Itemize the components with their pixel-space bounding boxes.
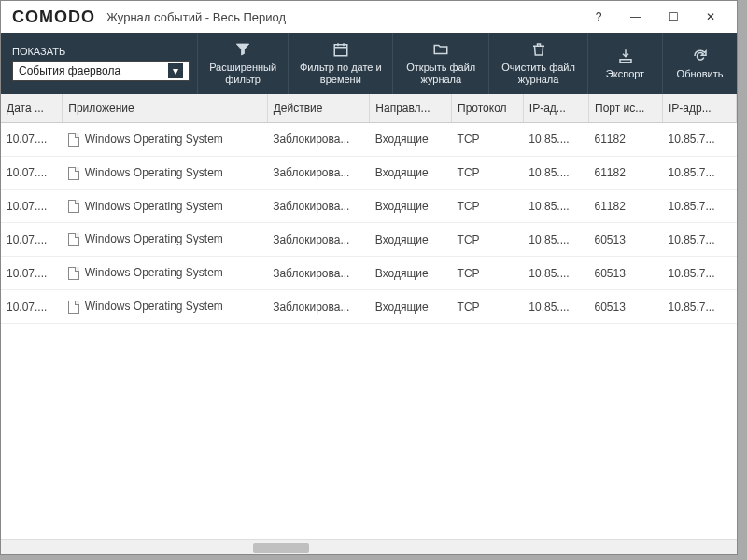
toolbar: ПОКАЗАТЬ События фаервола ▾ Расширенный … — [1, 33, 737, 94]
col-dst-ip[interactable]: IP-адр... — [662, 94, 736, 123]
table-row[interactable]: 10.07....Windows Operating SystemЗаблоки… — [1, 257, 737, 290]
cell-direction: Входящие — [370, 223, 452, 257]
window-title: Журнал событий - Весь Период — [106, 10, 580, 24]
table-body: 10.07....Windows Operating SystemЗаблоки… — [1, 123, 737, 324]
cell-src-port: 60513 — [589, 290, 663, 324]
cell-protocol: TCP — [452, 290, 524, 324]
cell-src-port: 60513 — [589, 223, 663, 257]
cell-direction: Входящие — [370, 156, 452, 189]
cell-src-port: 61182 — [589, 189, 663, 223]
tool-label: Экспорт — [606, 68, 644, 80]
cell-application: Windows Operating System — [63, 189, 267, 223]
cell-date: 10.07.... — [1, 189, 63, 223]
cell-src-ip: 10.85.... — [523, 257, 588, 290]
cell-dst-ip: 10.85.7... — [662, 290, 736, 324]
col-src-ip[interactable]: IP-ад... — [523, 94, 588, 123]
tool-label: Фильтр по дате и времени — [298, 62, 383, 85]
cell-action: Заблокирова... — [267, 257, 370, 290]
tool-label: Расширенный фильтр — [207, 62, 278, 85]
cell-src-ip: 10.85.... — [523, 290, 588, 324]
cell-dst-ip: 10.85.7... — [662, 223, 736, 257]
tool-label: Открыть файл журнала — [402, 62, 479, 85]
cell-date: 10.07.... — [1, 290, 63, 324]
file-icon — [68, 200, 79, 213]
cell-application: Windows Operating System — [63, 156, 267, 189]
cell-action: Заблокирова... — [267, 290, 370, 324]
cell-src-port: 61182 — [589, 123, 663, 157]
cell-action: Заблокирова... — [267, 223, 370, 257]
col-action[interactable]: Действие — [267, 94, 370, 123]
show-label: ПОКАЗАТЬ — [12, 46, 188, 57]
col-src-port[interactable]: Порт ис... — [589, 94, 663, 123]
cell-application: Windows Operating System — [63, 123, 267, 157]
cell-dst-ip: 10.85.7... — [662, 257, 736, 290]
cell-protocol: TCP — [452, 189, 524, 223]
refresh-button[interactable]: Обновить — [662, 33, 737, 94]
date-filter-button[interactable]: Фильтр по дате и времени — [288, 33, 392, 94]
col-direction[interactable]: Направл... — [370, 94, 452, 123]
table-row[interactable]: 10.07....Windows Operating SystemЗаблоки… — [1, 223, 737, 257]
clear-log-button[interactable]: Очистить файл журнала — [488, 33, 587, 94]
file-icon — [68, 301, 79, 314]
cell-direction: Входящие — [370, 123, 452, 157]
trash-icon — [530, 41, 547, 58]
cell-dst-ip: 10.85.7... — [662, 123, 736, 157]
cell-date: 10.07.... — [1, 223, 63, 257]
cell-src-ip: 10.85.... — [523, 156, 588, 189]
scrollbar-thumb[interactable] — [253, 543, 309, 553]
cell-protocol: TCP — [452, 257, 524, 290]
file-icon — [68, 133, 79, 147]
cell-direction: Входящие — [370, 189, 452, 223]
col-date[interactable]: Дата ... — [1, 94, 63, 123]
cell-src-ip: 10.85.... — [523, 223, 588, 257]
cell-application: Windows Operating System — [63, 223, 267, 257]
open-log-button[interactable]: Открыть файл журнала — [392, 33, 488, 94]
chevron-down-icon: ▾ — [168, 63, 183, 78]
cell-dst-ip: 10.85.7... — [662, 156, 736, 189]
cell-date: 10.07.... — [1, 156, 63, 189]
cell-src-ip: 10.85.... — [523, 123, 588, 157]
brand-logo: COMODO — [12, 7, 95, 27]
horizontal-scrollbar[interactable] — [1, 539, 737, 554]
help-button[interactable]: ? — [580, 4, 617, 30]
close-button[interactable]: ✕ — [692, 4, 729, 30]
app-window: COMODO Журнал событий - Весь Период ? — … — [0, 0, 738, 555]
cell-direction: Входящие — [370, 257, 452, 290]
minimize-button[interactable]: — — [617, 4, 655, 30]
window-controls: ? — ☐ ✕ — [580, 4, 729, 30]
table-row[interactable]: 10.07....Windows Operating SystemЗаблоки… — [1, 189, 737, 223]
tool-label: Очистить файл журнала — [499, 62, 578, 85]
col-application[interactable]: Приложение — [63, 94, 267, 123]
cell-protocol: TCP — [452, 156, 524, 189]
cell-src-port: 61182 — [589, 156, 663, 189]
file-icon — [68, 167, 79, 180]
cell-src-ip: 10.85.... — [523, 189, 588, 223]
export-icon — [617, 48, 634, 64]
cell-src-port: 60513 — [589, 257, 663, 290]
col-protocol[interactable]: Протокол — [452, 94, 524, 123]
maximize-button[interactable]: ☐ — [655, 4, 692, 30]
svg-rect-0 — [334, 45, 347, 56]
file-icon — [68, 233, 79, 246]
cell-action: Заблокирова... — [267, 189, 370, 223]
show-block: ПОКАЗАТЬ События фаервола ▾ — [1, 33, 197, 94]
cell-direction: Входящие — [370, 290, 452, 324]
cell-date: 10.07.... — [1, 123, 63, 157]
log-type-select[interactable]: События фаервола ▾ — [12, 61, 190, 81]
select-value: События фаервола — [19, 64, 120, 77]
cell-protocol: TCP — [452, 123, 524, 157]
log-table: Дата ... Приложение Действие Направл... … — [1, 94, 737, 324]
calendar-icon — [332, 41, 349, 58]
tool-label: Обновить — [677, 68, 724, 80]
funnel-icon — [234, 41, 251, 58]
table-row[interactable]: 10.07....Windows Operating SystemЗаблоки… — [1, 123, 737, 157]
table-row[interactable]: 10.07....Windows Operating SystemЗаблоки… — [1, 290, 737, 324]
table-row[interactable]: 10.07....Windows Operating SystemЗаблоки… — [1, 156, 737, 189]
titlebar: COMODO Журнал событий - Весь Период ? — … — [1, 1, 737, 33]
cell-application: Windows Operating System — [63, 257, 267, 290]
cell-date: 10.07.... — [1, 257, 63, 290]
advanced-filter-button[interactable]: Расширенный фильтр — [197, 33, 288, 94]
cell-action: Заблокирова... — [267, 156, 370, 189]
cell-action: Заблокирова... — [267, 123, 370, 157]
export-button[interactable]: Экспорт — [587, 33, 662, 94]
